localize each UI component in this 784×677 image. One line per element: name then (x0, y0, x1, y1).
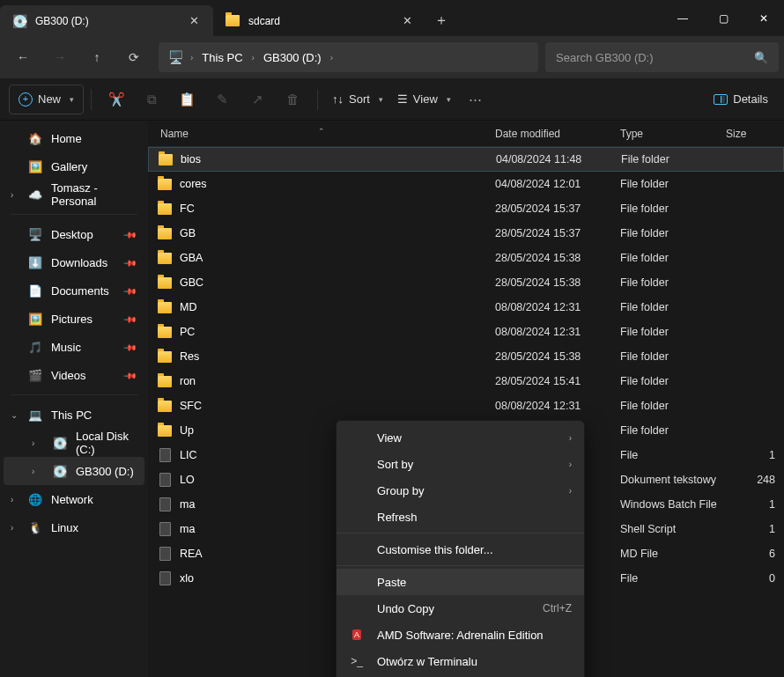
menu-item-otw-rz-w-terminalu[interactable]: >_Otwórz w Terminalu (337, 648, 584, 674)
sidebar-item-music[interactable]: 🎵Music📌 (4, 333, 144, 361)
sidebar-item-desktop[interactable]: 🖥️Desktop📌 (4, 220, 144, 248)
rename-button[interactable]: ✎ (204, 85, 240, 114)
file-type: File folder (620, 326, 726, 338)
file-row[interactable]: bios04/08/2024 11:48File folder (148, 147, 784, 172)
maximize-button[interactable]: ▢ (703, 0, 743, 36)
menu-item-undo-copy[interactable]: Undo CopyCtrl+Z (337, 595, 584, 622)
sidebar-item-linux[interactable]: ›🐧Linux (4, 513, 144, 541)
file-icon (157, 447, 173, 463)
file-row[interactable]: ron28/05/2024 15:41File folder (148, 369, 784, 394)
breadcrumb-this-pc[interactable]: This PC (195, 51, 249, 64)
file-date: 28/05/2024 15:41 (495, 375, 620, 387)
copy-button[interactable]: ⧉ (134, 85, 169, 114)
file-row[interactable]: GBA28/05/2024 15:38File folder (148, 246, 784, 270)
chevron-right-icon[interactable]: › (329, 53, 335, 63)
monitor-icon[interactable]: 🖥️ (162, 41, 189, 73)
chevron-right-icon[interactable]: › (250, 53, 256, 63)
sidebar-item-home[interactable]: 🏠Home (4, 124, 144, 152)
chevron-down-icon: ▾ (447, 95, 451, 104)
file-icon (157, 570, 173, 586)
col-type[interactable]: Type (620, 128, 726, 140)
file-list: ⌃ Name Date modified Type Size bios04/08… (148, 121, 784, 677)
menu-item-amd-software-adrenalin-edition[interactable]: AAMD Software: Adrenalin Edition (337, 622, 584, 648)
file-row[interactable]: cores04/08/2024 12:01File folder (148, 172, 784, 196)
chevron-down-icon: ▾ (379, 95, 383, 104)
sidebar: 🏠Home🖼️Gallery›☁️Tomasz - Personal🖥️Desk… (0, 121, 148, 677)
menu-item-customise-this-folder-[interactable]: Customise this folder... (337, 536, 584, 563)
file-type: File folder (620, 350, 726, 363)
file-date: 08/08/2024 12:31 (495, 301, 620, 313)
close-icon[interactable]: ✕ (396, 14, 418, 27)
menu-item-view[interactable]: View› (337, 424, 584, 451)
menu-item-paste[interactable]: Paste (337, 569, 584, 595)
file-row[interactable]: GB28/05/2024 15:37File folder (148, 221, 784, 246)
up-button[interactable]: ↑ (79, 41, 115, 73)
sidebar-item-local-disk-c-[interactable]: ›💽Local Disk (C:) (4, 429, 144, 457)
new-label: New (38, 92, 61, 106)
menu-label: Paste (377, 576, 572, 589)
sidebar-item-network[interactable]: ›🌐Network (4, 485, 144, 513)
forward-button[interactable]: → (42, 41, 78, 73)
file-row[interactable]: Res28/05/2024 15:38File folder (148, 344, 784, 369)
pin-icon: 📌 (123, 255, 137, 269)
tab-sdcard[interactable]: sdcard ✕ (213, 5, 426, 36)
sidebar-icon: 💽 (53, 464, 67, 478)
sidebar-label: Pictures (51, 313, 92, 326)
col-name[interactable]: ⌃ Name (148, 128, 495, 140)
col-size[interactable]: Size (726, 128, 784, 140)
file-name: MD (180, 301, 196, 313)
file-row[interactable]: MD08/08/2024 12:31File folder (148, 295, 784, 320)
file-row[interactable]: SFC08/08/2024 12:31File folder (148, 394, 784, 418)
column-headers: ⌃ Name Date modified Type Size (148, 121, 784, 147)
sidebar-item-gallery[interactable]: 🖼️Gallery (4, 152, 144, 180)
sidebar-item-downloads[interactable]: ⬇️Downloads📌 (4, 248, 144, 276)
file-row[interactable]: GBC28/05/2024 15:38File folder (148, 270, 784, 295)
pin-icon: 📌 (123, 312, 137, 326)
col-date[interactable]: Date modified (495, 128, 620, 140)
back-button[interactable]: ← (5, 41, 41, 73)
chevron-right-icon[interactable]: › (189, 53, 195, 63)
file-type: File folder (620, 227, 726, 239)
menu-item-group-by[interactable]: Group by› (337, 477, 584, 504)
new-button[interactable]: + New ▾ (9, 85, 84, 114)
sidebar-item-gb300-d-[interactable]: ›💽GB300 (D:) (4, 457, 144, 485)
delete-button[interactable]: 🗑 (275, 85, 310, 114)
more-button[interactable]: ⋯ (458, 85, 493, 114)
folder-icon (157, 176, 173, 192)
search-input[interactable]: Search GB300 (D:) 🔍 (545, 42, 779, 72)
address-bar[interactable]: 🖥️ › This PC › GB300 (D:) › (159, 42, 538, 72)
menu-item-refresh[interactable]: Refresh (337, 504, 584, 530)
menu-item-sort-by[interactable]: Sort by› (337, 451, 584, 477)
details-button[interactable]: Details (706, 85, 775, 114)
menu-label: AMD Software: Adrenalin Edition (377, 629, 572, 642)
file-row[interactable]: PC08/08/2024 12:31File folder (148, 320, 784, 344)
file-type: Shell Script (620, 523, 726, 535)
cut-button[interactable]: ✂️ (99, 85, 134, 114)
sidebar-icon: 🌐 (28, 492, 42, 506)
tab-gb300[interactable]: 💽 GB300 (D:) ✕ (0, 5, 213, 36)
share-button[interactable]: ↗ (240, 85, 275, 114)
sidebar-label: Network (51, 493, 93, 506)
drive-icon: 💽 (12, 14, 26, 28)
sidebar-item-documents[interactable]: 📄Documents📌 (4, 276, 144, 305)
refresh-button[interactable]: ⟳ (116, 41, 152, 73)
close-window-button[interactable]: ✕ (743, 0, 784, 36)
sidebar-item-videos[interactable]: 🎬Videos📌 (4, 361, 144, 389)
new-tab-button[interactable]: ＋ (426, 5, 456, 36)
breadcrumb-drive[interactable]: GB300 (D:) (256, 51, 329, 64)
paste-button[interactable]: 📋 (169, 85, 204, 114)
minimize-button[interactable]: — (662, 0, 703, 36)
sidebar-item-this-pc[interactable]: ⌄💻This PC (4, 401, 144, 429)
file-icon (157, 546, 173, 562)
sidebar-item-pictures[interactable]: 🖼️Pictures📌 (4, 305, 144, 333)
sort-button[interactable]: ↑↓ Sort ▾ (325, 85, 390, 114)
close-icon[interactable]: ✕ (183, 14, 204, 27)
file-date: 04/08/2024 12:01 (495, 178, 620, 190)
sort-asc-icon: ⌃ (318, 127, 325, 136)
file-size: 248 (726, 474, 784, 486)
view-button[interactable]: ☰ View ▾ (390, 85, 458, 114)
file-row[interactable]: FC28/05/2024 15:37File folder (148, 196, 784, 221)
sidebar-icon: 🖼️ (28, 312, 42, 326)
sidebar-item-tomasz-personal[interactable]: ›☁️Tomasz - Personal (4, 180, 144, 209)
context-menu: View›Sort by›Group by›RefreshCustomise t… (336, 420, 585, 677)
